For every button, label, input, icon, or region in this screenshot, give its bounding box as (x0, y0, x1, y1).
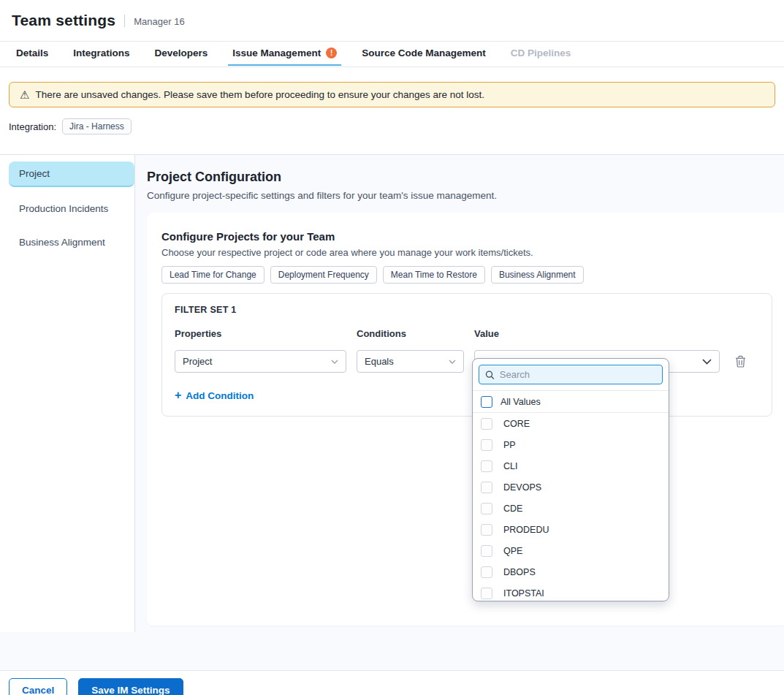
option-devops[interactable]: DEVOPS (473, 476, 669, 498)
chip-business-alignment[interactable]: Business Alignment (491, 266, 584, 284)
checkbox[interactable] (481, 439, 492, 451)
properties-select[interactable]: Project (175, 350, 346, 373)
add-condition-button[interactable]: + Add Condition (175, 390, 254, 401)
tab-integrations[interactable]: Integrations (72, 46, 131, 65)
card-title: Configure Projects for your Team (161, 230, 772, 243)
option-core[interactable]: CORE (473, 413, 669, 434)
delete-filter-button[interactable] (730, 352, 750, 372)
tab-cd-pipelines: CD Pipelines (509, 46, 573, 65)
sidebar-item-production-incidents[interactable]: Production Incidents (9, 197, 134, 221)
search-icon (485, 370, 495, 380)
checkbox[interactable] (481, 588, 492, 599)
checkbox[interactable] (481, 524, 492, 536)
panel-title: Project Configuration (147, 170, 784, 185)
chevron-down-icon (331, 360, 338, 364)
integration-row: Integration: Jira - Harness (9, 118, 775, 134)
chip-deployment-frequency[interactable]: Deployment Frequency (270, 266, 377, 284)
chip-mean-time-to-restore[interactable]: Mean Time to Restore (383, 266, 485, 284)
checkbox[interactable] (481, 503, 492, 514)
filter-set-title: FILTER SET 1 (175, 305, 759, 315)
all-values-option[interactable]: All Values (473, 391, 669, 413)
option-dbops[interactable]: DBOPS (473, 561, 669, 582)
tab-details[interactable]: Details (15, 46, 50, 65)
filter-grid: Properties Conditions Value Project Equa… (175, 328, 759, 373)
checkbox[interactable] (481, 418, 492, 430)
integration-chip[interactable]: Jira - Harness (62, 118, 132, 134)
settings-sidebar: Project Production Incidents Business Al… (0, 155, 135, 632)
properties-label: Properties (175, 328, 346, 339)
dropdown-search-box[interactable] (479, 365, 663, 384)
tab-source-code-management[interactable]: Source Code Management (360, 46, 487, 65)
page-title: Team settings (12, 12, 115, 29)
footer-bar: Cancel Save IM Settings (0, 670, 784, 695)
banner-text: There are unsaved changes. Please save t… (35, 89, 484, 100)
checkbox[interactable] (481, 545, 492, 557)
unsaved-changes-banner: ⚠ There are unsaved changes. Please save… (9, 82, 775, 107)
checkbox[interactable] (481, 482, 492, 493)
pre-panel-section: ⚠ There are unsaved changes. Please save… (0, 82, 784, 154)
tab-bar: Details Integrations Developers Issue Ma… (0, 42, 784, 67)
unsaved-changes-badge-icon: ! (326, 48, 337, 58)
sidebar-item-business-alignment[interactable]: Business Alignment (9, 230, 134, 254)
tab-developers[interactable]: Developers (153, 46, 210, 65)
save-im-settings-button[interactable]: Save IM Settings (78, 678, 183, 695)
option-cde[interactable]: CDE (473, 498, 669, 519)
option-itopstai[interactable]: ITOPSTAI (473, 582, 669, 601)
search-input[interactable] (500, 369, 656, 380)
warning-icon: ⚠ (20, 89, 29, 100)
checkbox[interactable] (481, 566, 492, 578)
filter-set-1: FILTER SET 1 Properties Conditions Value… (161, 293, 772, 417)
option-qpe[interactable]: QPE (473, 540, 669, 561)
sidebar-item-project[interactable]: Project (9, 162, 134, 187)
chevron-down-icon (449, 360, 456, 364)
plus-icon: + (175, 390, 181, 401)
card-subtitle: Choose your respective project or code a… (161, 247, 772, 258)
configure-projects-card: Configure Projects for your Team Choose … (147, 213, 784, 626)
option-cli[interactable]: CLI (473, 455, 669, 476)
tab-issue-management[interactable]: Issue Management ! (231, 46, 338, 65)
project-configuration-panel: Project Configuration Configure project-… (135, 155, 784, 632)
option-pp[interactable]: PP (473, 434, 669, 455)
cancel-button[interactable]: Cancel (9, 678, 67, 695)
option-prodedu[interactable]: PRODEDU (473, 519, 669, 540)
chevron-down-icon (702, 359, 712, 365)
checkbox[interactable] (481, 460, 492, 472)
chip-lead-time-for-change[interactable]: Lead Time for Change (161, 266, 264, 284)
page-subtitle: Manager 16 (124, 15, 184, 27)
page-header: Team settings Manager 16 (0, 0, 784, 42)
conditions-select[interactable]: Equals (357, 350, 464, 373)
trash-icon (735, 355, 746, 368)
footer-spacer (0, 632, 784, 670)
metric-chips: Lead Time for Change Deployment Frequenc… (161, 266, 772, 284)
panel-subtitle: Configure project-specific settings and … (147, 190, 784, 201)
value-label: Value (474, 328, 720, 339)
conditions-label: Conditions (357, 328, 464, 339)
integration-label: Integration: (9, 121, 56, 132)
dropdown-search-area (473, 359, 669, 391)
all-values-checkbox[interactable] (481, 396, 492, 408)
value-dropdown-panel: All Values CORE PP CLI DEVOPS CDE PRODED… (472, 358, 669, 601)
